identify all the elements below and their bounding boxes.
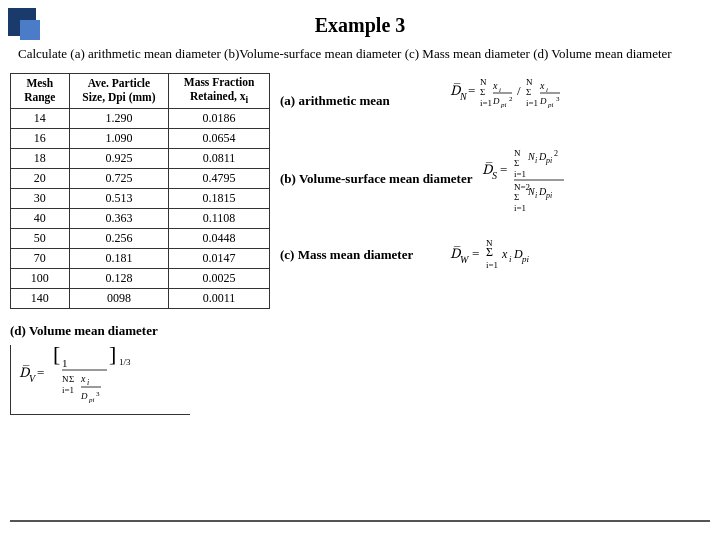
table-row: 141.2900.0186 xyxy=(11,108,270,128)
table-cell: 70 xyxy=(11,248,70,268)
table-row: 700.1810.0147 xyxy=(11,248,270,268)
svg-text:V: V xyxy=(29,373,37,384)
svg-text:D: D xyxy=(80,391,88,401)
table-cell: 100 xyxy=(11,268,70,288)
table-cell: 0.0025 xyxy=(169,268,270,288)
table-cell: 40 xyxy=(11,208,70,228)
dv-formula-svg: D̅ V = [ 1 N Σ i=1 x i D pi 3 ] 1/3 xyxy=(19,347,179,412)
table-cell: 0.0186 xyxy=(169,108,270,128)
svg-text:N: N xyxy=(514,148,521,158)
svg-text:1/3: 1/3 xyxy=(119,357,131,367)
table-cell: 0.513 xyxy=(69,188,169,208)
dn-formula-svg: D̅ N = N Σ i=1 x i D pi 2 / N Σ i=1 x i xyxy=(450,73,650,128)
subtitle: Calculate (a) arithmetic mean diameter (… xyxy=(18,45,702,63)
svg-text:=: = xyxy=(468,83,475,98)
svg-text:pi: pi xyxy=(88,396,95,404)
svg-text:2: 2 xyxy=(554,149,558,158)
svg-text:=: = xyxy=(500,162,507,177)
svg-text:3: 3 xyxy=(556,95,560,103)
volume-mean-label: (d) Volume mean diameter xyxy=(10,323,270,339)
table-cell: 16 xyxy=(11,128,70,148)
table-row: 1000.1280.0025 xyxy=(11,268,270,288)
table-row: 300.5130.1815 xyxy=(11,188,270,208)
svg-text:i=1: i=1 xyxy=(514,169,526,179)
arithmetic-mean-label: (a) arithmetic mean xyxy=(280,93,440,109)
svg-text:2: 2 xyxy=(509,95,513,103)
svg-text:i=1: i=1 xyxy=(480,98,492,108)
table-row: 400.3630.1108 xyxy=(11,208,270,228)
svg-text:Σ: Σ xyxy=(514,158,519,168)
svg-text:N: N xyxy=(526,77,533,87)
svg-text:W: W xyxy=(460,254,470,265)
svg-text:i: i xyxy=(87,378,89,387)
svg-text:1: 1 xyxy=(62,357,68,369)
table-cell: 0.0448 xyxy=(169,228,270,248)
col-header-mesh: Mesh Range xyxy=(11,74,70,109)
svg-text:i=1: i=1 xyxy=(486,260,498,270)
svg-text:=: = xyxy=(472,246,479,261)
table-cell: 0.256 xyxy=(69,228,169,248)
table-cell: 20 xyxy=(11,168,70,188)
svg-text:N: N xyxy=(62,374,69,384)
table-cell: 0.0011 xyxy=(169,288,270,308)
svg-text:x: x xyxy=(501,247,508,261)
svg-text:x: x xyxy=(80,373,86,384)
svg-text:pi: pi xyxy=(545,191,552,200)
main-content: Mesh Range Ave. Particle Size, Dpi (mm) … xyxy=(10,73,710,415)
svg-text:Σ: Σ xyxy=(480,87,485,97)
svg-text:Σ: Σ xyxy=(514,192,519,202)
table-cell: 0.0811 xyxy=(169,148,270,168)
table-cell: 0.4795 xyxy=(169,168,270,188)
data-table: Mesh Range Ave. Particle Size, Dpi (mm) … xyxy=(10,73,270,309)
table-row: 500.2560.0448 xyxy=(11,228,270,248)
col-header-fraction: Mass Fraction Retained, xi xyxy=(169,74,270,109)
table-cell: 0.1108 xyxy=(169,208,270,228)
svg-text:]: ] xyxy=(109,347,116,366)
svg-text:pi: pi xyxy=(521,254,530,264)
table-cell: 0.925 xyxy=(69,148,169,168)
page-title: Example 3 xyxy=(0,0,720,45)
svg-text:i=1: i=1 xyxy=(514,203,526,213)
table-cell: 0.128 xyxy=(69,268,169,288)
light-blue-square xyxy=(20,20,40,40)
table-cell: 50 xyxy=(11,228,70,248)
table-cell: 1.290 xyxy=(69,108,169,128)
volume-surface-block: (b) Volume-surface mean diameter D̅ S = … xyxy=(280,144,710,214)
svg-text:3: 3 xyxy=(96,390,100,398)
svg-text:i: i xyxy=(535,156,537,165)
svg-text:i: i xyxy=(509,254,512,264)
arithmetic-mean-block: (a) arithmetic mean D̅ N = N Σ i=1 x i D… xyxy=(280,73,710,128)
table-row: 14000980.0011 xyxy=(11,288,270,308)
bottom-divider xyxy=(10,520,710,522)
right-section: (a) arithmetic mean D̅ N = N Σ i=1 x i D… xyxy=(280,73,710,415)
table-cell: 0.0654 xyxy=(169,128,270,148)
col-header-size: Ave. Particle Size, Dpi (mm) xyxy=(69,74,169,109)
volume-surface-label: (b) Volume-surface mean diameter xyxy=(280,171,472,187)
table-row: 200.7250.4795 xyxy=(11,168,270,188)
table-cell: 0098 xyxy=(69,288,169,308)
table-row: 161.0900.0654 xyxy=(11,128,270,148)
dw-formula-svg: D̅ W = N Σ i=1 x i D pi xyxy=(450,230,610,280)
svg-text:=: = xyxy=(37,365,44,380)
svg-text:[: [ xyxy=(53,347,60,366)
mass-mean-label: (c) Mass mean diameter xyxy=(280,247,440,263)
table-cell: 0.363 xyxy=(69,208,169,228)
svg-text:Σ: Σ xyxy=(69,374,74,384)
dv-formula-area: D̅ V = [ 1 N Σ i=1 x i D pi 3 ] 1/3 xyxy=(10,345,190,415)
svg-text:i=1: i=1 xyxy=(526,98,538,108)
table-cell: 0.725 xyxy=(69,168,169,188)
left-section: Mesh Range Ave. Particle Size, Dpi (mm) … xyxy=(10,73,270,415)
svg-text:i=1: i=1 xyxy=(62,385,74,395)
table-cell: 1.090 xyxy=(69,128,169,148)
ds-formula-svg: D̅ S = N Σ i=1 N i D pi 2 N=2 Σ i=1 N i … xyxy=(482,144,612,214)
table-cell: 0.181 xyxy=(69,248,169,268)
table-cell: 0.0147 xyxy=(169,248,270,268)
svg-text:x: x xyxy=(539,80,545,91)
svg-text:Σ: Σ xyxy=(526,87,531,97)
table-cell: 14 xyxy=(11,108,70,128)
svg-text:i: i xyxy=(535,191,537,200)
svg-text:pi: pi xyxy=(500,101,507,109)
svg-text:S: S xyxy=(492,170,497,181)
svg-text:pi: pi xyxy=(545,156,552,165)
table-cell: 30 xyxy=(11,188,70,208)
